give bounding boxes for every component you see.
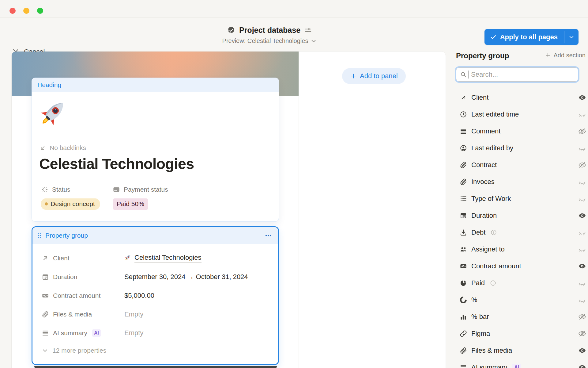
property-label: Status [52, 186, 70, 193]
search-input[interactable] [471, 71, 574, 79]
sidebar-item-invoces[interactable]: Invoces [456, 173, 588, 190]
apply-label: Apply to all pages [500, 33, 558, 41]
title-block: Project database Preview: Celestial Tech… [172, 26, 368, 44]
sidebar-item-assignet-to[interactable]: Assignet to [456, 241, 588, 258]
property-row-files-media[interactable]: Files & mediaEmpty [42, 305, 271, 324]
sidebar-item-label: % [471, 296, 477, 304]
eye-closed-icon[interactable] [578, 195, 586, 203]
eye-open-icon[interactable] [578, 347, 586, 355]
sidebar-item-contract[interactable]: Contract [456, 156, 588, 173]
text-cursor [469, 71, 469, 79]
add-to-panel-label: Add to panel [360, 72, 398, 80]
sidebar-item-debt[interactable]: Debt [456, 224, 588, 241]
arrow-down-left-icon [39, 144, 46, 151]
apply-to-all-pages-button[interactable]: Apply to all pages [484, 29, 564, 45]
sidebar-item-type-of-work[interactable]: Type of Work [456, 190, 588, 207]
minimize-window-button[interactable] [23, 8, 29, 14]
text-lines-icon [460, 364, 467, 368]
property-label: Duration [53, 273, 77, 281]
sidebar-item--[interactable]: % [456, 291, 588, 308]
calendar-icon [460, 212, 467, 219]
sidebar-item-last-edited-time[interactable]: Last edited time [456, 106, 588, 123]
sidebar-item-label: Figma [471, 330, 490, 338]
sidebar-item-last-edited-by[interactable]: Last edited by [456, 140, 588, 156]
eye-slash-icon[interactable] [578, 127, 586, 135]
sidebar-item-contract-amount[interactable]: Contract amount [456, 258, 588, 274]
sidebar-item-label: Duration [471, 212, 497, 220]
sidebar-item-figma[interactable]: Figma [456, 325, 588, 342]
paperclip-icon [460, 161, 467, 169]
sidebar-item-label: Invoces [471, 178, 495, 186]
heading-section[interactable]: Heading No backlinks Celestial Technolog… [32, 78, 279, 222]
page-title: Project database [239, 26, 300, 35]
info-icon [490, 229, 497, 236]
property-row-ai-summary[interactable]: AI summaryAIEmpty [42, 324, 271, 342]
sidebar-item-client[interactable]: Client [456, 89, 588, 106]
status-dot-icon [45, 202, 48, 205]
close-window-button[interactable] [9, 8, 16, 14]
eye-closed-icon[interactable] [578, 178, 586, 186]
paperclip-icon [460, 178, 467, 186]
property-list: ClientLast edited timeCommentLast edited… [456, 89, 588, 368]
add-section-label: Add section [553, 52, 586, 59]
donut-icon [460, 296, 467, 304]
property-value-badge: Design concept [41, 198, 100, 210]
search-icon [460, 71, 467, 78]
eye-closed-icon[interactable] [578, 228, 586, 236]
search-box[interactable] [456, 67, 578, 82]
eye-closed-icon[interactable] [578, 144, 586, 152]
more-options-icon[interactable] [265, 232, 272, 239]
more-properties-toggle[interactable]: 12 more properties [42, 342, 271, 359]
banknote-icon [42, 292, 49, 299]
property-row-duration[interactable]: DurationSeptember 30, 2024 → October 31,… [42, 267, 271, 286]
bar-chart-icon [460, 313, 467, 320]
property-value: $5,000.00 [124, 292, 154, 300]
sidebar-item-paid[interactable]: Paid [456, 274, 588, 291]
relation-link[interactable]: Celestial Technologies [134, 254, 202, 263]
drag-handle-icon[interactable] [36, 232, 42, 239]
eye-closed-icon[interactable] [578, 110, 586, 118]
property-row-contract-amount[interactable]: Contract amount$5,000.00 [42, 286, 271, 305]
status-burst-icon [41, 186, 48, 193]
eye-open-icon[interactable] [578, 262, 586, 270]
sidebar-item--bar[interactable]: % bar [456, 308, 588, 325]
preview-selector[interactable]: Preview: Celestial Technologies [172, 37, 368, 44]
eye-slash-icon[interactable] [578, 330, 586, 338]
eye-slash-icon[interactable] [578, 313, 586, 321]
property-group-section[interactable]: Property group ClientCelestial Technolog… [32, 226, 279, 365]
sidebar-item-label: Last edited by [471, 144, 513, 152]
property-value: September 30, 2024 → October 31, 2024 [124, 273, 248, 281]
sidebar-item-label: Contract [471, 161, 497, 169]
clock-icon [460, 111, 467, 118]
sidebar-item-label: AI summary [471, 363, 507, 368]
property-label: Files & media [53, 311, 92, 318]
zoom-window-button[interactable] [37, 8, 43, 14]
property-value: Empty [124, 329, 143, 337]
eye-open-icon[interactable] [578, 212, 586, 220]
page-icon-rocket[interactable] [37, 97, 69, 129]
sidebar-item-label: Contract amount [471, 262, 521, 270]
eye-slash-icon[interactable] [578, 161, 586, 169]
sidebar-item-files-media[interactable]: Files & media [456, 342, 588, 359]
eye-closed-icon[interactable] [578, 245, 586, 253]
sidebar-item-comment[interactable]: Comment [456, 123, 588, 140]
sidebar-item-duration[interactable]: Duration [456, 207, 588, 224]
chevron-down-icon [568, 34, 575, 40]
add-to-panel-button[interactable]: Add to panel [342, 68, 406, 84]
eye-open-icon[interactable] [578, 363, 586, 368]
property-value-badge: Paid 50% [113, 198, 148, 210]
check-icon [490, 34, 497, 40]
eye-closed-icon[interactable] [578, 296, 586, 304]
add-section-button[interactable]: Add section [545, 52, 586, 59]
settings-sliders-icon[interactable] [304, 26, 312, 34]
eye-closed-icon[interactable] [578, 279, 586, 287]
apply-options-button[interactable] [564, 29, 579, 45]
people-icon [460, 246, 467, 253]
apply-split-button: Apply to all pages [484, 29, 579, 45]
eye-open-icon[interactable] [578, 94, 586, 102]
backlinks-indicator: No backlinks [39, 144, 86, 151]
property-row-client[interactable]: ClientCelestial Technologies [42, 249, 271, 267]
sidebar-item-ai-summary[interactable]: AI summaryAI [456, 359, 588, 368]
badge-text: Paid 50% [117, 200, 144, 208]
calendar-icon [42, 273, 49, 281]
